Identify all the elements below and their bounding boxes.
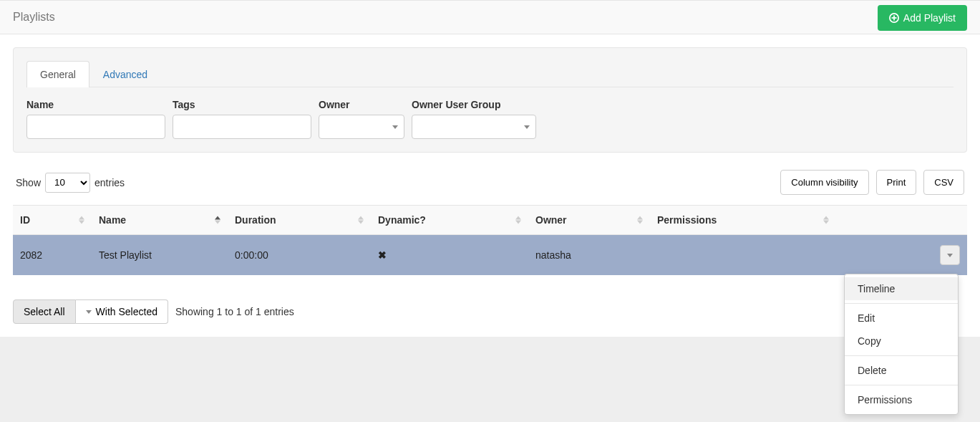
- menu-item-timeline[interactable]: Timeline: [845, 277, 958, 300]
- column-visibility-button[interactable]: Column visibility: [780, 170, 868, 195]
- menu-divider: [845, 303, 958, 304]
- tags-label: Tags: [173, 99, 311, 110]
- content-area: General Advanced Name Tags Owner Owner U…: [0, 34, 980, 337]
- entries-label: entries: [94, 177, 125, 188]
- playlist-table: ID Name Duration Dynamic? Owner Permissi…: [13, 205, 967, 275]
- plus-circle-icon: [889, 13, 899, 23]
- page-title: Playlists: [13, 11, 55, 24]
- chevron-down-icon: [947, 254, 953, 257]
- cell-owner: natasha: [528, 235, 650, 276]
- owner-select[interactable]: [319, 115, 404, 139]
- csv-button[interactable]: CSV: [923, 170, 964, 195]
- select-all-button[interactable]: Select All: [13, 299, 76, 324]
- col-duration[interactable]: Duration: [228, 206, 371, 235]
- svg-rect-2: [891, 17, 896, 19]
- page-header: Playlists Add Playlist: [0, 0, 980, 34]
- tags-input[interactable]: [173, 115, 311, 139]
- filter-fields: Name Tags Owner Owner User Group: [26, 99, 954, 139]
- sort-icon: [637, 216, 643, 224]
- show-label: Show: [16, 177, 41, 188]
- group-label: Owner User Group: [412, 99, 536, 110]
- chevron-down-icon: [524, 125, 530, 129]
- menu-item-copy[interactable]: Copy: [845, 330, 958, 337]
- tab-general[interactable]: General: [26, 61, 89, 87]
- name-input[interactable]: [26, 115, 165, 139]
- col-permissions[interactable]: Permissions: [650, 206, 836, 235]
- filter-panel: General Advanced Name Tags Owner Owner U…: [13, 47, 967, 153]
- owner-label: Owner: [319, 99, 404, 110]
- menu-item-edit[interactable]: Edit: [845, 307, 958, 330]
- name-label: Name: [26, 99, 165, 110]
- row-actions-button[interactable]: [940, 245, 960, 265]
- add-playlist-button[interactable]: Add Playlist: [878, 5, 967, 31]
- col-dynamic[interactable]: Dynamic?: [371, 206, 528, 235]
- cell-duration: 0:00:00: [228, 235, 371, 276]
- sort-icon: [215, 216, 220, 224]
- col-name[interactable]: Name: [92, 206, 228, 235]
- col-actions: [836, 206, 967, 235]
- chevron-down-icon: [392, 125, 398, 129]
- cell-name: Test Playlist: [92, 235, 228, 276]
- table-controls: Show 10 entries Column visibility Print …: [16, 170, 964, 195]
- cell-dynamic: ✖: [371, 235, 528, 276]
- with-selected-button[interactable]: With Selected: [76, 299, 168, 324]
- tab-advanced[interactable]: Advanced: [89, 61, 161, 87]
- filter-tabs: General Advanced: [26, 61, 954, 87]
- sort-icon: [358, 216, 364, 224]
- sort-icon: [515, 216, 521, 224]
- footer-controls: Select All With Selected Showing 1 to 1 …: [13, 299, 967, 324]
- row-actions-menu: Timeline Edit Copy Delete Permissions: [844, 274, 959, 337]
- x-icon: ✖: [378, 249, 387, 261]
- chevron-down-icon: [86, 310, 92, 314]
- table-row[interactable]: 2082 Test Playlist 0:00:00 ✖ natasha: [13, 235, 967, 276]
- add-playlist-label: Add Playlist: [903, 12, 956, 24]
- col-id[interactable]: ID: [13, 206, 92, 235]
- owner-group-select[interactable]: [412, 115, 536, 139]
- page-size-select[interactable]: 10: [45, 173, 90, 193]
- print-button[interactable]: Print: [876, 170, 917, 195]
- col-owner[interactable]: Owner: [528, 206, 650, 235]
- sort-icon: [79, 216, 84, 224]
- sort-icon: [823, 216, 829, 224]
- table-info: Showing 1 to 1 of 1 entries: [175, 306, 294, 317]
- cell-permissions: [650, 235, 836, 276]
- cell-id: 2082: [13, 235, 92, 276]
